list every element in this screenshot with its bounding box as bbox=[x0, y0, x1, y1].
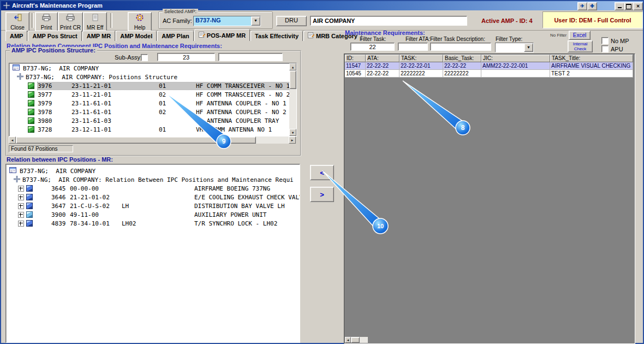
expand-plus-icon[interactable] bbox=[18, 221, 24, 227]
tree-row[interactable]: 364500-00-00AIRFRAME BOEING 737NG bbox=[6, 184, 292, 193]
tab-amp-pos-struct[interactable]: AMP Pos Struct bbox=[28, 31, 81, 41]
tab-task-effectivity[interactable]: Task Effectivity bbox=[251, 31, 303, 41]
print-icon bbox=[42, 14, 51, 22]
internal-check-button[interactable]: Internal Check bbox=[568, 40, 593, 52]
position-pos: 01 bbox=[159, 100, 196, 107]
horizontal-scrollbar[interactable] bbox=[9, 137, 296, 144]
no-mp-checkbox[interactable] bbox=[601, 37, 609, 44]
expand-plus-icon[interactable] bbox=[18, 203, 24, 209]
tab-label: AMP Pos Struct bbox=[32, 32, 77, 40]
subassy-checkbox[interactable] bbox=[141, 54, 148, 61]
column-header-ata[interactable]: ATA: bbox=[366, 55, 399, 62]
tree-row-branch[interactable]: B737-NG; AIR COMPANY: Positions Structur… bbox=[9, 73, 289, 81]
tree-row[interactable]: 397723-11-21-0102HF COMM TRANSCEIVER - N… bbox=[9, 90, 289, 99]
mr-eff-button[interactable]: MR Eff bbox=[83, 12, 107, 32]
tab-pos-amp-mr[interactable]: POS-AMP MR bbox=[194, 29, 250, 41]
close-button[interactable]: Close bbox=[5, 12, 29, 32]
print-cr-icon bbox=[66, 14, 75, 22]
grid-horizontal-scrollbar[interactable] bbox=[345, 337, 368, 343]
maximize-button[interactable] bbox=[624, 2, 634, 10]
tree-row[interactable]: 483978-34-10-01LH02T/R SYNCHRO LOCK - LH… bbox=[6, 219, 292, 228]
tree-row-root[interactable]: B737-NG; AIR COMPANY bbox=[6, 167, 292, 175]
move-left-button[interactable]: < bbox=[310, 165, 334, 180]
vertical-scrollbar[interactable] bbox=[289, 63, 296, 136]
tree-row[interactable]: 398023-11-61-03HF ANTENNA COUPLER TRAY bbox=[9, 116, 289, 125]
no-filter-button[interactable]: No Filter bbox=[550, 33, 567, 38]
tree-row[interactable]: 372823-12-11-0101VHF COMM ANTENNA NO 1 bbox=[9, 125, 289, 134]
tree-row[interactable]: 397623-11-21-0101HF COMM TRANSCEIVER - N… bbox=[9, 81, 289, 90]
minimize-button[interactable] bbox=[615, 2, 624, 10]
column-header-basic-task[interactable]: Basic_Task: bbox=[443, 55, 481, 62]
mr-ata: 78-34-10-01 bbox=[70, 220, 122, 227]
company-field[interactable]: AIR COMPANY bbox=[310, 16, 467, 26]
ipc-filter-input-1[interactable] bbox=[157, 53, 215, 61]
scroll-up-icon[interactable] bbox=[289, 63, 296, 70]
cell-task: 22-22-22-01 bbox=[399, 62, 443, 70]
tree-row-root[interactable]: B737-NG; AIR COMPANY bbox=[9, 64, 289, 73]
chevron-down-icon[interactable] bbox=[251, 16, 260, 26]
table-row[interactable]: 11547 22-22-22 22-22-22-01 22-22-22 AMM2… bbox=[345, 62, 633, 70]
mini-position-button[interactable] bbox=[587, 2, 597, 10]
column-header-task[interactable]: TASK: bbox=[399, 55, 443, 62]
tree-row[interactable]: 397823-11-61-0102HF ANTENNA COUPLER - NO… bbox=[9, 108, 289, 116]
expand-plus-icon[interactable] bbox=[18, 194, 24, 200]
excel-button-label: Excel bbox=[573, 32, 586, 38]
chevron-down-icon[interactable] bbox=[524, 43, 533, 52]
scroll-down-icon[interactable] bbox=[289, 129, 296, 136]
print-button[interactable]: Print bbox=[35, 12, 58, 32]
tab-amp-mr[interactable]: AMP MR bbox=[82, 31, 115, 41]
column-header-task-title[interactable]: TASK_Title: bbox=[550, 55, 633, 62]
no-mp-checkbox-row: No MP bbox=[601, 37, 629, 44]
excel-button[interactable]: Excel bbox=[569, 31, 591, 40]
positions-cross-icon bbox=[17, 73, 23, 81]
expand-plus-icon[interactable] bbox=[18, 212, 24, 218]
apu-label: APU bbox=[611, 46, 623, 52]
part-cube-icon bbox=[26, 194, 33, 200]
ipc-filter-input-2[interactable] bbox=[218, 53, 283, 61]
help-button[interactable]: Help bbox=[128, 12, 152, 32]
mini-plane-button[interactable] bbox=[577, 2, 587, 10]
title-bar: Aircraft's Maintenance Program bbox=[1, 1, 643, 10]
filter-type-combobox[interactable] bbox=[495, 43, 534, 52]
filter-desc-input[interactable] bbox=[430, 43, 491, 51]
tree-row[interactable]: 397923-11-61-0101HF ANTENNA COUPLER - NO… bbox=[9, 99, 289, 108]
mr-pos: LH02 bbox=[122, 220, 194, 227]
scroll-left-icon[interactable] bbox=[345, 337, 351, 343]
close-window-button[interactable] bbox=[633, 2, 643, 10]
tree-row-branch[interactable]: B737-NG; AIR COMPANY: Relation Between I… bbox=[6, 175, 292, 184]
column-header-jic[interactable]: JIC: bbox=[481, 55, 550, 62]
table-row[interactable]: 10545 22-22-22 22222222 22222222 TEST 2 bbox=[345, 70, 633, 78]
tree-row[interactable]: 364721-C-U-S-02LHDISTRIBUTION BAY VALVE … bbox=[6, 201, 292, 210]
tab-amp-model[interactable]: AMP Model bbox=[116, 31, 157, 41]
filter-desc-label: Filter Task Description: bbox=[430, 36, 485, 42]
tasklist-icon bbox=[308, 32, 314, 40]
tree-row[interactable]: 390049-11-00AUXILIARY POWER UNIT bbox=[6, 210, 292, 219]
filter-ata-input[interactable] bbox=[398, 43, 428, 51]
expand-plus-icon[interactable] bbox=[18, 186, 24, 192]
tab-amp[interactable]: AMP bbox=[5, 31, 27, 41]
cell-task: 22222222 bbox=[399, 70, 443, 78]
move-right-button[interactable]: > bbox=[310, 187, 334, 202]
dru-button-label: DRU bbox=[285, 17, 298, 23]
apu-checkbox[interactable] bbox=[601, 45, 609, 52]
scrollbar-thumb[interactable] bbox=[16, 137, 256, 144]
column-header-id[interactable]: ID: bbox=[345, 55, 366, 62]
scroll-left-icon[interactable] bbox=[9, 137, 16, 144]
mr-id: 3645 bbox=[51, 185, 70, 192]
filter-task-input[interactable] bbox=[350, 43, 395, 51]
dru-button[interactable]: DRU bbox=[276, 16, 307, 26]
position-ata: 23-11-61-01 bbox=[71, 100, 159, 107]
print-cr-button[interactable]: Print CR bbox=[58, 12, 83, 32]
app-window: Aircraft's Maintenance Program Close Pri… bbox=[0, 0, 644, 344]
tree-root-label: B737-NG; AIR COMPANY bbox=[20, 168, 96, 175]
tab-label: POS-AMP MR bbox=[207, 31, 246, 40]
ac-family-label: AC Family: bbox=[163, 17, 192, 24]
tab-amp-plan[interactable]: AMP Plan bbox=[157, 31, 194, 41]
scrollbar-thumb[interactable] bbox=[289, 70, 296, 89]
scrollbar-thumb[interactable] bbox=[351, 337, 360, 343]
ac-family-combobox[interactable]: B737-NG bbox=[193, 16, 261, 26]
active-amp-label: Active AMP - ID: 4 bbox=[481, 17, 533, 24]
scroll-right-icon[interactable] bbox=[289, 137, 296, 144]
position-desc: HF ANTENNA COUPLER - NO 2 bbox=[196, 109, 287, 116]
tree-row[interactable]: 364621-21-01-02E/E COOLING EXHAUST CHECK… bbox=[6, 193, 292, 201]
